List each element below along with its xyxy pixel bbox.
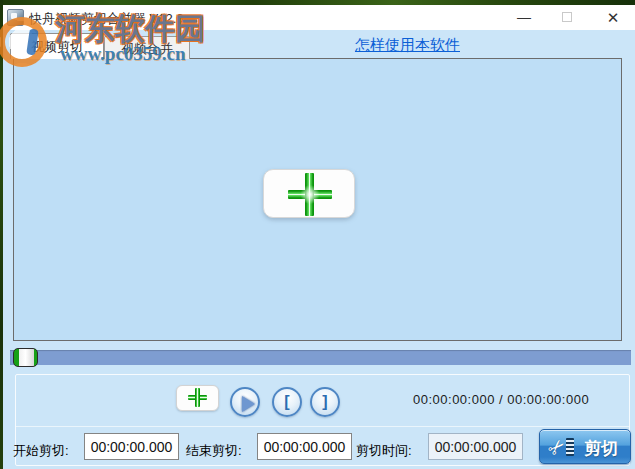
add-file-icon: [177, 386, 218, 410]
start-cut-label: 开始剪切:: [13, 442, 69, 460]
end-cut-input[interactable]: [257, 433, 352, 460]
play-icon: [242, 396, 255, 412]
cut-duration-display: [428, 433, 523, 460]
bracket-start-icon: [: [274, 393, 300, 411]
seek-bar-thumb[interactable]: [13, 348, 38, 367]
controls-group-divider: [16, 426, 629, 427]
end-cut-label: 结束剪切:: [186, 442, 242, 460]
mark-end-button[interactable]: ]: [310, 387, 340, 417]
desktop-background-left-edge: [0, 0, 3, 469]
close-button[interactable]: ✕: [598, 5, 628, 30]
maximize-button[interactable]: [552, 5, 582, 30]
minimize-button[interactable]: —: [509, 5, 539, 30]
seek-bar-track[interactable]: [10, 350, 631, 365]
application-window: 快舟视频剪切合并器 V12.6 — ✕ 视频剪切 视频合并 怎样使用本软件: [0, 0, 635, 469]
playback-time-display: 00:00:00:000 / 00:00:00:000: [413, 392, 589, 407]
add-file-button[interactable]: [176, 385, 219, 411]
add-video-button[interactable]: [263, 169, 355, 218]
app-icon: [7, 9, 24, 26]
cut-duration-label: 剪切时间:: [356, 442, 412, 460]
tab-video-cut[interactable]: 视频剪切: [10, 33, 104, 59]
title-bar: 快舟视频剪切合并器 V12.6 — ✕: [3, 5, 635, 30]
minimize-icon: —: [517, 9, 531, 25]
help-link[interactable]: 怎样使用本软件: [355, 36, 460, 55]
start-cut-input[interactable]: [84, 433, 179, 460]
window-title: 快舟视频剪切合并器 V12.6: [29, 10, 184, 28]
tab-video-merge[interactable]: 视频合并: [104, 36, 190, 59]
play-button[interactable]: [230, 387, 260, 417]
close-icon: ✕: [607, 9, 620, 26]
tab-video-merge-label: 视频合并: [121, 41, 173, 56]
tab-video-cut-label: 视频剪切: [31, 39, 83, 54]
add-video-icon: [264, 170, 356, 219]
scissors-icon: ✂: [542, 433, 571, 462]
bracket-end-icon: ]: [312, 393, 338, 411]
maximize-icon: [562, 12, 572, 22]
cut-button-label: 剪切: [584, 437, 618, 460]
cut-button[interactable]: ✂ 剪切: [539, 429, 631, 464]
cut-button-icon: ✂: [548, 435, 578, 459]
mark-start-button[interactable]: [: [272, 387, 302, 417]
